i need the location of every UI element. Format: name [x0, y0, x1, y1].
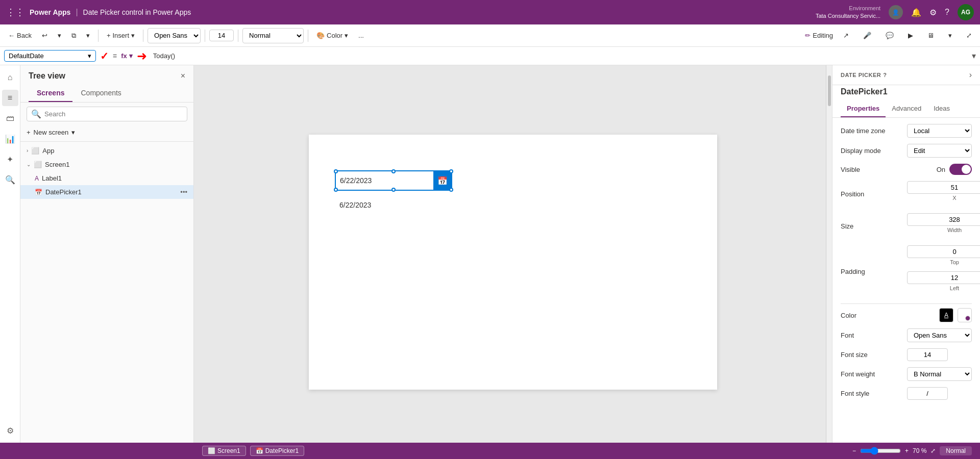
tab-screens[interactable]: Screens [29, 85, 72, 102]
tree-item-app[interactable]: › ⬜ App [20, 144, 193, 158]
main-layout: ⌂ ≡ 🗃 📊 ✦ 🔍 ⚙ 👤 Tree view × Screens Comp… [0, 65, 980, 459]
datepicker-tab-label: DatePicker1 [265, 447, 299, 454]
new-screen-button[interactable]: + New screen ▾ [20, 125, 193, 139]
canvas-area[interactable]: 📅 6/22/2023 [194, 65, 832, 459]
handle-bm[interactable] [391, 188, 396, 192]
layers-sidebar-icon[interactable]: ≡ [2, 90, 18, 106]
handle-tr[interactable] [449, 169, 453, 173]
comment-button[interactable]: 💬 [881, 30, 898, 41]
insert-button[interactable]: + Insert ▾ [103, 30, 139, 41]
font-family-select[interactable]: Open Sans [148, 28, 201, 43]
fill-indicator [965, 316, 970, 321]
user-avatar[interactable]: AG [958, 4, 974, 20]
home-sidebar-icon[interactable]: ⌂ [2, 69, 18, 86]
datepicker-calendar-button[interactable]: 📅 [433, 171, 451, 190]
color-button[interactable]: 🎨 Color ▾ [312, 30, 352, 41]
apps-grid-icon[interactable]: ⋮⋮ [6, 7, 24, 18]
date-tz-select[interactable]: Local [907, 124, 972, 138]
undo-button[interactable]: ↩ [38, 30, 52, 41]
settings-icon[interactable]: ⚙ [929, 8, 937, 17]
new-screen-plus-icon: + [27, 129, 31, 136]
font-select[interactable]: Open Sans [907, 328, 972, 342]
color-text-swatch[interactable]: A [939, 308, 953, 322]
style-select[interactable]: Normal [242, 28, 304, 43]
property-value: DefaultDate [9, 52, 44, 60]
font-style-input[interactable] [907, 387, 948, 400]
help-icon-panel[interactable]: ? [883, 72, 887, 78]
handle-br[interactable] [449, 188, 453, 192]
datepicker-date-input[interactable] [336, 176, 433, 185]
zoom-minus-button[interactable]: − [852, 447, 856, 454]
bell-icon[interactable]: 🔔 [911, 8, 921, 17]
formula-content[interactable]: Today() [151, 52, 968, 60]
prop-position: Position X Y [841, 181, 972, 207]
handle-bl[interactable] [334, 188, 338, 192]
expand-button[interactable]: ⤢ [962, 30, 976, 41]
font-size-input[interactable] [209, 30, 234, 41]
pad-top-input[interactable] [907, 245, 980, 258]
font-style-value [907, 387, 972, 400]
search-input[interactable] [44, 110, 183, 118]
vertical-scrollbar[interactable] [826, 65, 832, 449]
canvas-surface[interactable]: 📅 6/22/2023 [309, 135, 717, 390]
pos-x-input[interactable] [907, 181, 980, 194]
tab-ideas[interactable]: Ideas [927, 100, 956, 117]
screen1-tab-label: Screen1 [217, 447, 240, 454]
screen-button[interactable]: 🖥 [923, 30, 938, 41]
screen-dropdown[interactable]: ▾ [944, 30, 956, 41]
datepicker1-more-icon[interactable]: ••• [180, 188, 187, 196]
back-button[interactable]: ← Back [4, 30, 36, 41]
fullscreen-button[interactable]: ⤢ [930, 447, 936, 454]
color-fill-swatch[interactable] [958, 308, 972, 322]
data-sidebar-icon[interactable]: 🗃 [2, 110, 18, 126]
play-button[interactable]: ▶ [904, 30, 917, 41]
pad-left-input[interactable] [907, 271, 980, 284]
screen1-tab[interactable]: ⬜ Screen1 [202, 446, 246, 456]
fx-button[interactable]: fx ▾ [121, 52, 133, 60]
formula-expand[interactable]: ▾ [972, 51, 976, 61]
tree-item-screen1[interactable]: ⌄ ⬜ Screen1 [20, 158, 193, 171]
color-dropdown-icon: ▾ [345, 32, 348, 39]
display-mode-select[interactable]: Edit [907, 144, 972, 158]
chart-sidebar-icon[interactable]: 📊 [2, 131, 18, 147]
size-w-input[interactable] [907, 213, 980, 226]
position-inputs: X Y [907, 181, 980, 207]
tree-close-button[interactable]: × [181, 71, 185, 81]
zoom-slider[interactable] [860, 447, 901, 455]
calendar-icon: 📅 [437, 176, 448, 186]
datepicker-control[interactable]: 📅 [335, 170, 452, 191]
font-size-prop-input[interactable] [907, 348, 948, 361]
tab-components[interactable]: Components [72, 85, 129, 102]
tree-item-datepicker1[interactable]: 📅 DatePicker1 ••• [20, 185, 193, 199]
property-selector[interactable]: DefaultDate ▾ [4, 50, 96, 62]
copy-button[interactable]: ⧉ [67, 30, 80, 42]
zoom-plus-button[interactable]: + [905, 447, 909, 454]
size-w-label: Width [947, 227, 962, 233]
datepicker-tab[interactable]: 📅 DatePicker1 [250, 446, 304, 456]
settings-sidebar-icon[interactable]: ⚙ [2, 422, 18, 439]
plus-icon: + [107, 32, 111, 39]
tree-item-label1[interactable]: A Label1 [20, 171, 193, 185]
font-weight-select[interactable]: B Normal [907, 367, 972, 381]
mic-button[interactable]: 🎤 [859, 30, 875, 41]
more-button[interactable]: ... [354, 30, 368, 41]
panel-collapse-button[interactable]: › [969, 70, 972, 80]
magic-sidebar-icon[interactable]: ✦ [2, 151, 18, 167]
tab-properties[interactable]: Properties [841, 100, 886, 117]
visible-toggle[interactable] [949, 164, 972, 175]
help-icon[interactable]: ? [945, 8, 949, 17]
copy-dropdown[interactable]: ▾ [82, 30, 94, 41]
handle-tl[interactable] [334, 169, 338, 173]
search-sidebar-icon[interactable]: 🔍 [2, 171, 18, 188]
share-button[interactable]: ↗ [839, 30, 853, 41]
tree-search-box[interactable]: 🔍 [27, 107, 187, 121]
tab-advanced[interactable]: Advanced [886, 100, 927, 117]
scroll-thumb-v[interactable] [828, 75, 831, 106]
sep-2 [143, 30, 143, 42]
undo-dropdown[interactable]: ▾ [54, 30, 65, 41]
handle-tm[interactable] [391, 169, 396, 173]
right-properties-panel: DATE PICKER ? › DatePicker1 Properties A… [832, 65, 980, 459]
pos-x-label: X [952, 195, 956, 201]
display-mode-value: Edit [907, 144, 972, 158]
color-swatches: A [907, 308, 972, 322]
